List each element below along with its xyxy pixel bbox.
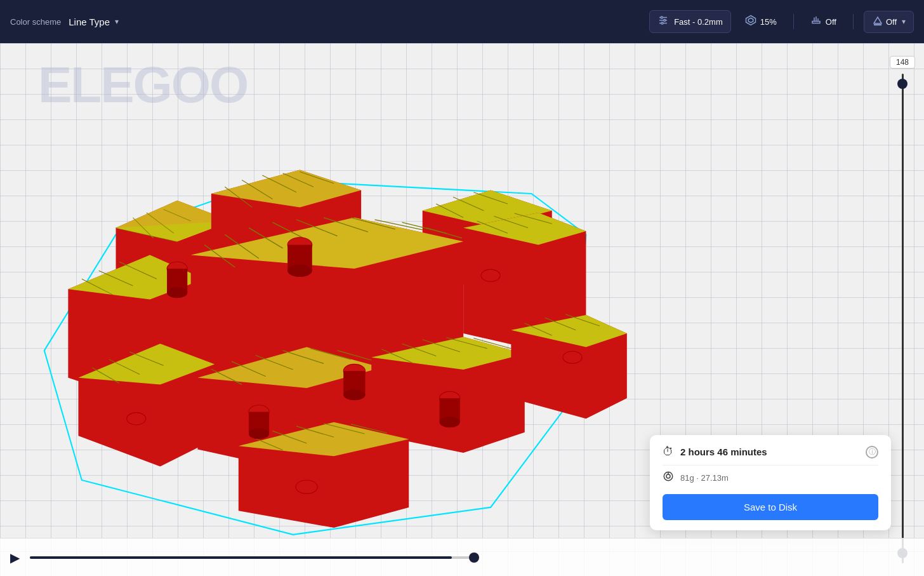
color-scheme-label: Color scheme [10, 17, 61, 27]
svg-point-5 [661, 22, 663, 24]
print-profile-label: Fast - 0.2mm [674, 17, 723, 27]
print-time: 2 hours 46 minutes [680, 446, 859, 457]
support-label: Off [826, 17, 836, 27]
svg-marker-7 [748, 18, 753, 23]
svg-point-3 [661, 17, 663, 18]
puzzle-pieces [68, 170, 626, 528]
svg-point-107 [666, 474, 670, 478]
timeline-track[interactable] [30, 556, 474, 559]
line-type-label: Line Type [69, 17, 110, 27]
save-to-disk-button[interactable]: Save to Disk [663, 494, 878, 520]
layer-slider-thumb-top[interactable] [897, 79, 908, 89]
timeline-thumb[interactable] [469, 553, 479, 563]
support-control[interactable]: Off [804, 12, 843, 31]
bottom-bar: ▶ [0, 538, 924, 576]
svg-marker-6 [746, 16, 755, 25]
time-row: ⏱ 2 hours 46 minutes ⓘ [663, 445, 878, 459]
adhesion-chevron-icon: ▾ [902, 17, 906, 26]
sliders-icon [657, 15, 669, 29]
svg-point-93 [563, 351, 582, 363]
timeline-fill [30, 556, 452, 559]
layer-slider-container: 148 [894, 56, 911, 563]
svg-point-99 [287, 265, 312, 277]
info-divider [663, 465, 878, 465]
svg-point-101 [343, 389, 365, 400]
layer-value-display: 148 [890, 56, 915, 69]
viewport: ELEGOO [0, 43, 924, 576]
play-button[interactable]: ▶ [10, 550, 20, 565]
adhesion-icon [872, 15, 883, 29]
infill-control[interactable]: 15% [739, 12, 783, 31]
topbar: Color scheme Line Type ▾ Fast - 0.2mm [0, 0, 924, 43]
svg-rect-8 [812, 22, 820, 23]
info-panel: ⏱ 2 hours 46 minutes ⓘ 81g · 27.13m Save… [650, 435, 891, 530]
filament-row: 81g · 27.13m [663, 471, 878, 485]
infill-percent: 15% [760, 17, 777, 27]
svg-point-105 [440, 417, 460, 427]
line-type-dropdown[interactable]: Line Type ▾ [69, 17, 119, 27]
info-detail-button[interactable]: ⓘ [866, 446, 878, 459]
adhesion-control[interactable]: Off ▾ [864, 11, 914, 33]
svg-point-4 [664, 20, 666, 22]
print-profile-selector[interactable]: Fast - 0.2mm [649, 10, 731, 33]
svg-point-103 [249, 428, 269, 439]
infill-icon [745, 15, 756, 29]
filament-icon [663, 471, 674, 485]
svg-point-94 [127, 413, 146, 425]
svg-point-92 [481, 269, 500, 281]
support-icon [810, 15, 822, 29]
filament-detail: 81g · 27.13m [680, 473, 878, 483]
svg-point-95 [296, 480, 317, 493]
chevron-down-icon: ▾ [115, 17, 119, 26]
svg-point-97 [167, 287, 187, 298]
time-icon: ⏱ [663, 445, 674, 459]
layer-slider-track[interactable] [902, 74, 904, 563]
adhesion-label: Off [886, 17, 897, 27]
